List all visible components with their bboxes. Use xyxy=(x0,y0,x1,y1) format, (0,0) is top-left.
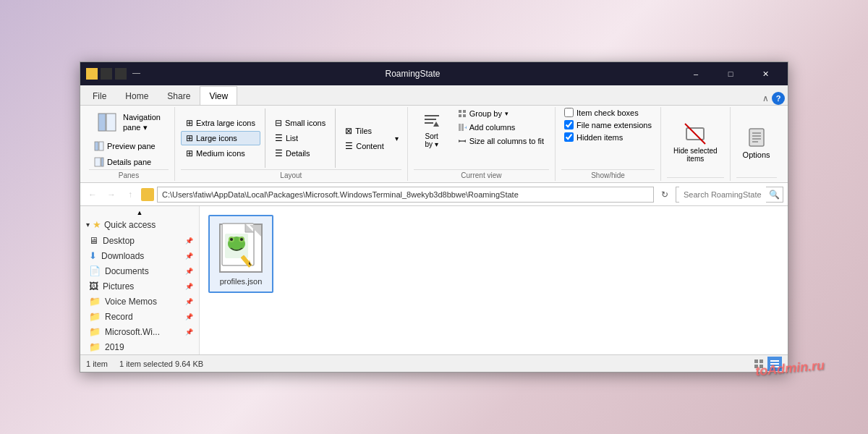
svg-rect-15 xyxy=(461,124,464,131)
record-icon: 📁 xyxy=(89,311,101,322)
sidebar-item-voice-memos[interactable]: 📁 Voice Memos xyxy=(80,294,199,309)
navigation-pane-button[interactable]: Navigationpane ▾ xyxy=(89,107,169,137)
sidebar-item-2019[interactable]: 📁 2019 xyxy=(80,339,199,354)
svg-rect-41 xyxy=(760,359,763,363)
list-label: List xyxy=(286,134,298,142)
item-check-boxes-row[interactable]: Item check boxes xyxy=(561,107,642,118)
details-pane-button[interactable]: Details pane xyxy=(89,155,156,169)
microsoft-wi-label: Microsoft.Wi... xyxy=(105,327,160,337)
content-label: Content xyxy=(356,142,384,150)
file-name-extensions-row[interactable]: File name extensions xyxy=(561,119,655,130)
layout-more-button[interactable]: ▾ xyxy=(392,133,401,144)
item-check-boxes-checkbox[interactable] xyxy=(564,108,574,117)
refresh-button[interactable]: ↻ xyxy=(657,187,673,203)
large-icon: ⊞ xyxy=(186,133,193,143)
svg-rect-3 xyxy=(99,142,103,150)
details-button[interactable]: ☰ Details xyxy=(270,146,331,161)
extra-large-icons-button[interactable]: ⊞ Extra large icons xyxy=(181,116,260,130)
quick-access-section[interactable]: ▾ ★ Quick access xyxy=(80,216,199,233)
svg-point-36 xyxy=(240,238,243,241)
preview-pane-button[interactable]: Preview pane xyxy=(89,139,161,153)
show-hide-label: Show/hide xyxy=(561,169,655,181)
search-container: 🔍 xyxy=(676,187,783,203)
svg-rect-11 xyxy=(463,110,466,113)
tab-share[interactable]: Share xyxy=(158,86,200,105)
options-content: Options xyxy=(736,107,777,177)
explorer-window: — RoamingState – □ ✕ File Home Share Vie… xyxy=(80,61,788,373)
2019-label: 2019 xyxy=(105,342,124,352)
current-view-group: Sortby ▾ Group by ▾ + Add columns Size a… xyxy=(408,107,556,181)
file-name-extensions-checkbox[interactable] xyxy=(564,120,574,129)
sidebar: ▲ ▾ ★ Quick access 🖥 Desktop ⬇ Downloads… xyxy=(80,206,200,354)
layout-sep xyxy=(265,109,265,168)
preview-pane-label: Preview pane xyxy=(107,142,156,150)
downloads-icon: ⬇ xyxy=(89,250,97,261)
close-button[interactable]: ✕ xyxy=(749,62,782,85)
tab-home[interactable]: Home xyxy=(116,86,158,105)
maximize-button[interactable]: □ xyxy=(714,62,747,85)
options-button[interactable]: Options xyxy=(736,122,777,163)
help-button[interactable]: ? xyxy=(772,92,785,105)
sidebar-item-documents[interactable]: 📄 Documents xyxy=(80,263,199,278)
json-file-icon xyxy=(219,224,263,273)
svg-line-21 xyxy=(685,124,705,144)
small-icon: ⊟ xyxy=(275,118,282,128)
ribbon-collapse-button[interactable]: ∧ xyxy=(762,93,769,103)
layout-label: Layout xyxy=(181,169,401,181)
hide-selected-items-button[interactable]: Hide selecteditems xyxy=(667,119,724,166)
item-count: 1 item xyxy=(86,359,108,368)
content-button[interactable]: ☰ Content xyxy=(340,139,389,153)
back-button[interactable]: ← xyxy=(85,187,101,203)
sidebar-item-desktop[interactable]: 🖥 Desktop xyxy=(80,233,199,248)
panes-group: Navigationpane ▾ Preview pane Details pa… xyxy=(83,107,175,181)
layout-sep2 xyxy=(335,109,336,168)
status-bar: 1 item 1 item selected 9.64 KB xyxy=(80,354,788,372)
large-icons-button[interactable]: ⊞ Large icons xyxy=(181,131,260,145)
panes-content: Navigationpane ▾ Preview pane Details pa… xyxy=(89,107,169,169)
sidebar-item-pictures[interactable]: 🖼 Pictures xyxy=(80,278,199,294)
medium-icons-button[interactable]: ⊞ Medium icons xyxy=(181,146,260,161)
svg-marker-9 xyxy=(433,122,439,127)
hidden-items-label: Hidden items xyxy=(576,133,623,142)
tiles-label: Tiles xyxy=(355,127,372,135)
sidebar-item-record[interactable]: 📁 Record xyxy=(80,309,199,324)
tab-file[interactable]: File xyxy=(83,86,116,105)
add-columns-button[interactable]: + Add columns xyxy=(453,121,549,134)
medium-icons-label: Medium icons xyxy=(196,149,245,158)
details-icon: ☰ xyxy=(275,148,283,158)
window-icon-1 xyxy=(86,68,98,80)
small-icons-button[interactable]: ⊟ Small icons xyxy=(270,116,331,130)
tab-view[interactable]: View xyxy=(200,86,237,105)
layout-col2: ⊟ Small icons ☰ List ☰ Details xyxy=(270,116,331,161)
svg-rect-4 xyxy=(95,158,101,166)
navigation-pane-icon xyxy=(95,111,119,134)
hide-selected-icon xyxy=(684,122,707,145)
group-by-button[interactable]: Group by ▾ xyxy=(453,107,549,120)
sidebar-item-downloads[interactable]: ⬇ Downloads xyxy=(80,248,199,263)
file-item-profiles-json[interactable]: profiles.json xyxy=(208,215,273,293)
main-content: ▲ ▾ ★ Quick access 🖥 Desktop ⬇ Downloads… xyxy=(80,206,788,354)
svg-rect-40 xyxy=(754,359,758,363)
extra-large-icons-label: Extra large icons xyxy=(196,119,255,127)
size-all-columns-button[interactable]: Size all columns to fit xyxy=(453,135,549,148)
title-bar-icons: — xyxy=(86,68,140,80)
svg-rect-1 xyxy=(106,114,116,131)
address-bar: ← → ↑ ↻ 🔍 xyxy=(80,183,788,206)
minimize-button[interactable]: – xyxy=(679,62,712,85)
forward-button[interactable]: → xyxy=(103,187,119,203)
quick-access-label: Quick access xyxy=(104,220,156,230)
search-input[interactable] xyxy=(679,187,766,203)
svg-rect-14 xyxy=(459,124,461,131)
hidden-items-checkbox[interactable] xyxy=(564,132,574,142)
sidebar-item-microsoft-wi[interactable]: 📁 Microsoft.Wi... xyxy=(80,324,199,339)
medium-icon: ⊞ xyxy=(186,148,193,158)
window-controls: – □ ✕ xyxy=(679,62,782,85)
list-button[interactable]: ☰ List xyxy=(270,131,331,145)
hidden-items-row[interactable]: Hidden items xyxy=(561,132,626,142)
sort-by-button[interactable]: Sortby ▾ xyxy=(414,107,450,152)
up-button[interactable]: ↑ xyxy=(122,187,138,203)
tiles-button[interactable]: ⊠ Tiles xyxy=(340,124,389,138)
address-input[interactable] xyxy=(157,187,654,203)
sidebar-scroll-up[interactable]: ▲ xyxy=(80,209,199,216)
options-group: Options xyxy=(731,107,783,181)
